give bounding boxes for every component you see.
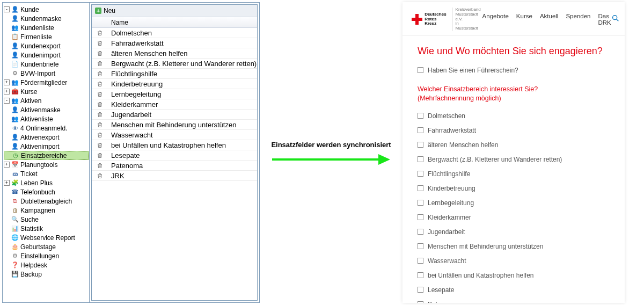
- nav-kurse[interactable]: Kurse: [516, 13, 532, 26]
- checkbox-icon[interactable]: [418, 142, 423, 148]
- checkbox-icon[interactable]: [418, 127, 423, 133]
- table-row[interactable]: Patenoma: [92, 161, 257, 171]
- tree-item-kundenbriefe[interactable]: 📄Kundenbriefe: [4, 60, 89, 69]
- tree-item-aktiven[interactable]: -👥Aktiven: [4, 96, 89, 105]
- check-item[interactable]: Flüchtlingshilfe: [418, 170, 610, 178]
- check-item[interactable]: Menschen mit Behinderung unterstützen: [418, 243, 610, 250]
- expand-icon[interactable]: +: [4, 89, 10, 95]
- check-item[interactable]: Patenoma: [418, 301, 610, 303]
- table-row[interactable]: Fahrradwerkstatt: [92, 38, 257, 48]
- tree-item-kunde[interactable]: -👤Kunde: [4, 5, 89, 14]
- logo[interactable]: Deutsches Rotes Kreuz Kreisverband Muste…: [411, 8, 482, 31]
- tree-item-statistik[interactable]: 📊Statistik: [4, 224, 89, 233]
- tree-item-bvw[interactable]: ⚙BVW-Import: [4, 69, 89, 78]
- check-item[interactable]: Kinderbetreuung: [418, 185, 610, 192]
- nav-das-drk[interactable]: Das DRK: [598, 13, 611, 26]
- expand-icon[interactable]: +: [4, 180, 10, 186]
- tree-item-aktivenexport[interactable]: 👤Aktivenexport: [4, 133, 89, 142]
- check-item[interactable]: bei Unfällen und Katastrophen helfen: [418, 272, 610, 279]
- tree-item-kurse[interactable]: +🧰Kurse: [4, 87, 89, 96]
- tree-item-kundenexport[interactable]: 👤Kundenexport: [4, 41, 89, 50]
- checkbox-icon[interactable]: [418, 287, 423, 293]
- tree-item-aktivenmaske[interactable]: 👤Aktivenmaske: [4, 105, 89, 114]
- tree-item-kundenmaske[interactable]: 👤Kundenmaske: [4, 14, 89, 23]
- tree-item-kampagnen[interactable]: 🗓Kampagnen: [4, 206, 89, 215]
- checkbox-icon[interactable]: [418, 301, 423, 303]
- collapse-icon[interactable]: -: [4, 6, 10, 12]
- trash-icon[interactable]: [92, 132, 108, 139]
- trash-icon[interactable]: [92, 142, 108, 149]
- table-row[interactable]: Lernbegeleitung: [92, 89, 257, 99]
- checkbox-icon[interactable]: [418, 229, 423, 235]
- tree-item-aktivenimport[interactable]: 👤Aktivenimport: [4, 142, 89, 151]
- collapse-icon[interactable]: -: [4, 98, 10, 104]
- trash-icon[interactable]: [92, 81, 108, 88]
- trash-icon[interactable]: [92, 50, 108, 57]
- tree-item-kundenimport[interactable]: 👤Kundenimport: [4, 50, 89, 60]
- tree-item-geburtstage[interactable]: 🎂Geburtstage: [4, 242, 89, 251]
- table-row[interactable]: Wasserwacht: [92, 130, 257, 140]
- grid-col-name[interactable]: Name: [108, 19, 257, 26]
- table-row[interactable]: Menschen mit Behinderung unterstützen: [92, 120, 257, 130]
- nav-aktuell[interactable]: Aktuell: [540, 13, 559, 26]
- check-item[interactable]: Lesepate: [418, 286, 610, 294]
- checkbox-icon[interactable]: [418, 185, 423, 191]
- check-item[interactable]: Bergwacht (z.B. Kletterer und Wanderer r…: [418, 156, 610, 163]
- tree-item-helpdesk[interactable]: ❓Helpdesk: [4, 260, 89, 270]
- table-row[interactable]: bei Unfällen und Katastrophen helfen: [92, 140, 257, 150]
- trash-icon[interactable]: [92, 70, 108, 77]
- checkbox-icon[interactable]: [418, 243, 423, 249]
- tree-item-telefonbuch[interactable]: ☎Telefonbuch: [4, 187, 89, 197]
- trash-icon[interactable]: [92, 111, 108, 118]
- table-row[interactable]: Dolmetschen: [92, 28, 257, 38]
- table-row[interactable]: Jugendarbeit: [92, 110, 257, 120]
- trash-icon[interactable]: [92, 101, 108, 108]
- tree-item-kundenliste[interactable]: 👥Kundenliste: [4, 23, 89, 32]
- checkbox-icon[interactable]: [418, 258, 423, 264]
- tree-item-aktivenliste[interactable]: 👥Aktivenliste: [4, 114, 89, 124]
- trash-icon[interactable]: [92, 121, 108, 128]
- trash-icon[interactable]: [92, 91, 108, 98]
- tree-item-einstellungen[interactable]: ⚙Einstellungen: [4, 251, 89, 260]
- check-item[interactable]: Kleiderkammer: [418, 214, 610, 221]
- checkbox-icon[interactable]: [418, 214, 423, 220]
- check-item[interactable]: älteren Menschen helfen: [418, 141, 610, 149]
- checkbox-icon[interactable]: [418, 272, 423, 278]
- check-item[interactable]: Fahrradwerkstatt: [418, 127, 610, 134]
- nav-spenden[interactable]: Spenden: [566, 13, 590, 26]
- trash-icon[interactable]: [92, 152, 108, 159]
- table-row[interactable]: Flüchtlingshilfe: [92, 69, 257, 79]
- table-row[interactable]: Bergwacht (z.B. Kletterer und Wanderer r…: [92, 59, 257, 69]
- tree-item-lebenplus[interactable]: +🧩Leben Plus: [4, 178, 89, 187]
- checkbox-icon[interactable]: [418, 113, 423, 119]
- new-button-label[interactable]: Neu: [104, 7, 115, 14]
- check-item[interactable]: Jugendarbeit: [418, 228, 610, 236]
- check-item[interactable]: Dolmetschen: [418, 112, 610, 120]
- table-row[interactable]: Kinderbetreuung: [92, 79, 257, 89]
- tree-item-onlineanmeld[interactable]: 👁4 Onlineanmeld.: [4, 124, 89, 133]
- nav-angebote[interactable]: Angebote: [482, 13, 509, 26]
- trash-icon[interactable]: [92, 60, 108, 67]
- expand-icon[interactable]: +: [4, 79, 10, 85]
- tree-item-foerder[interactable]: +👥Fördermitglieder: [4, 78, 89, 87]
- trash-icon[interactable]: [92, 162, 108, 169]
- table-row[interactable]: älteren Menschen helfen: [92, 48, 257, 59]
- tree-item-suche[interactable]: 🔍Suche: [4, 215, 89, 224]
- tree-item-einsatzbereiche[interactable]: ◷Einsatzbereiche: [4, 151, 89, 160]
- checkbox-icon[interactable]: [418, 171, 423, 177]
- tree-item-webservice[interactable]: 🌐Webservice Report: [4, 233, 89, 242]
- checkbox-icon[interactable]: [418, 200, 423, 206]
- tree-item-firmenliste[interactable]: 📋Firmenliste: [4, 32, 89, 41]
- tree-item-dubletten[interactable]: ⧉Dublettenabgleich: [4, 197, 89, 206]
- trash-icon[interactable]: [92, 30, 108, 37]
- plus-icon[interactable]: +: [95, 8, 101, 14]
- trash-icon[interactable]: [92, 172, 108, 179]
- checkbox-icon[interactable]: [418, 67, 423, 73]
- tree-item-ticket[interactable]: 🎟Ticket: [4, 169, 89, 178]
- search-icon[interactable]: [611, 14, 620, 24]
- table-row[interactable]: JRK: [92, 171, 257, 181]
- table-row[interactable]: Lesepate: [92, 150, 257, 161]
- fuehrerschein-question[interactable]: Haben Sie einen Führerschein?: [418, 67, 610, 74]
- check-item[interactable]: Wasserwacht: [418, 257, 610, 265]
- trash-icon[interactable]: [92, 40, 108, 47]
